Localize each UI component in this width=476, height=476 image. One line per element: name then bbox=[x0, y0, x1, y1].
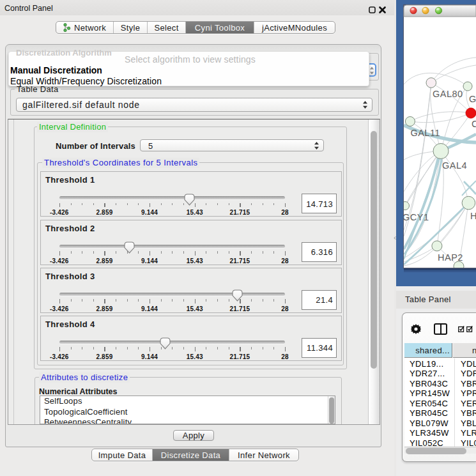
svg-text:H: H bbox=[470, 211, 476, 221]
svg-text:C: C bbox=[472, 119, 476, 129]
svg-text:GAL11: GAL11 bbox=[410, 128, 440, 138]
svg-text:GAL80: GAL80 bbox=[433, 89, 463, 99]
svg-text:GA: GA bbox=[469, 94, 476, 104]
svg-text:GAL4: GAL4 bbox=[442, 160, 467, 171]
svg-text:GCY1: GCY1 bbox=[403, 212, 429, 222]
svg-text:HAP2: HAP2 bbox=[438, 252, 463, 263]
